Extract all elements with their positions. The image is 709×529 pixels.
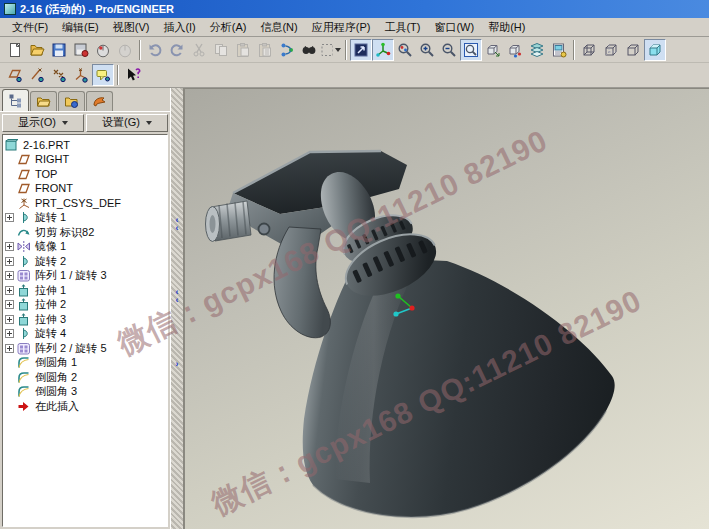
cut-button[interactable] — [188, 39, 210, 61]
view-manager-button[interactable] — [548, 39, 570, 61]
tree-item[interactable]: 倒圆角 2 — [5, 370, 167, 385]
tree-item[interactable]: PRT_CSYS_DEF — [5, 196, 167, 211]
window-title: 2-16 (活动的) - Pro/ENGINEER — [20, 2, 174, 17]
tab-favorites[interactable] — [58, 91, 85, 111]
round-icon — [17, 385, 32, 398]
splitter-collapse-icon[interactable]: ‹‹ — [176, 216, 179, 232]
redo-button[interactable] — [166, 39, 188, 61]
trigger[interactable] — [274, 227, 330, 338]
delete-old-versions-button[interactable] — [114, 39, 136, 61]
repaint-button[interactable] — [350, 39, 372, 61]
context-help-button[interactable] — [122, 64, 144, 86]
regenerate-button[interactable] — [276, 39, 298, 61]
expand-icon[interactable] — [5, 271, 14, 280]
paste-button[interactable] — [232, 39, 254, 61]
expand-icon[interactable] — [5, 242, 14, 251]
select-items-button[interactable] — [320, 39, 342, 61]
show-button[interactable]: 显示(O) — [2, 114, 84, 132]
tree-item[interactable]: TOP — [5, 167, 167, 182]
datum-points-toggle-button[interactable] — [48, 64, 70, 86]
spin-center-button[interactable] — [372, 39, 394, 61]
menu-analysis[interactable]: 分析(A) — [204, 18, 253, 37]
tree-item[interactable]: 旋转 2 — [5, 254, 167, 269]
tree-item[interactable]: 旋转 1 — [5, 211, 167, 226]
erase-display-button[interactable] — [92, 39, 114, 61]
tree-item[interactable]: 倒圆角 1 — [5, 356, 167, 371]
menu-window[interactable]: 窗口(W) — [428, 18, 480, 37]
menu-applications[interactable]: 应用程序(P) — [306, 18, 377, 37]
menu-help[interactable]: 帮助(H) — [482, 18, 531, 37]
tree-item-insert-here[interactable]: 在此插入 — [5, 399, 167, 414]
menu-view[interactable]: 视图(V) — [107, 18, 156, 37]
menu-insert[interactable]: 插入(I) — [157, 18, 201, 37]
zoom-out-button[interactable] — [438, 39, 460, 61]
saved-view-list-button[interactable] — [482, 39, 504, 61]
settings-caret-icon — [146, 121, 152, 125]
extrude-icon — [17, 313, 32, 326]
menu-tools[interactable]: 工具(T) — [378, 18, 426, 37]
spray-bottle-model[interactable] — [185, 89, 709, 529]
graphics-viewport[interactable] — [184, 88, 709, 529]
tree-item[interactable]: 镜像 1 — [5, 240, 167, 255]
tree-item[interactable]: RIGHT — [5, 153, 167, 168]
menu-file[interactable]: 文件(F) — [6, 18, 54, 37]
named-views-button[interactable] — [504, 39, 526, 61]
tree-item[interactable]: 倒圆角 3 — [5, 385, 167, 400]
refit-button[interactable] — [460, 39, 482, 61]
expand-icon[interactable] — [5, 315, 14, 324]
open-file-button[interactable] — [26, 39, 48, 61]
panel-splitter[interactable]: ‹‹ ‹‹ › — [170, 88, 184, 529]
splitter-collapse-icon[interactable]: › — [176, 360, 179, 368]
expand-icon[interactable] — [5, 286, 14, 295]
round-icon — [17, 371, 32, 384]
menubar: 文件(F) 编辑(E) 视图(V) 插入(I) 分析(A) 信息(N) 应用程序… — [0, 18, 709, 37]
tree-item[interactable]: 旋转 4 — [5, 327, 167, 342]
annotation-toggle-button[interactable] — [92, 64, 114, 86]
tree-item[interactable]: 拉伸 2 — [5, 298, 167, 313]
menu-info[interactable]: 信息(N) — [254, 18, 303, 37]
navigator-buttons: 显示(O) 设置(G) — [0, 112, 170, 133]
bottle-body[interactable] — [303, 257, 615, 517]
new-file-button[interactable] — [4, 39, 26, 61]
csys-toggle-button[interactable] — [70, 64, 92, 86]
datum-planes-toggle-button[interactable] — [4, 64, 26, 86]
shaded-display-button[interactable] — [644, 39, 666, 61]
paste-special-button[interactable] — [254, 39, 276, 61]
round-icon — [17, 356, 32, 369]
tree-item[interactable]: 拉伸 3 — [5, 312, 167, 327]
expand-icon[interactable] — [5, 329, 14, 338]
save-a-copy-button[interactable] — [70, 39, 92, 61]
wireframe-display-button[interactable] — [578, 39, 600, 61]
find-button[interactable] — [298, 39, 320, 61]
expand-icon[interactable] — [5, 213, 14, 222]
zoom-in-button[interactable] — [416, 39, 438, 61]
undo-button[interactable] — [144, 39, 166, 61]
tab-model-tree[interactable] — [2, 89, 29, 111]
tab-folder-browser[interactable] — [30, 91, 57, 111]
show-caret-icon — [62, 121, 68, 125]
settings-button[interactable]: 设置(G) — [86, 114, 168, 132]
expand-icon[interactable] — [5, 300, 14, 309]
tree-item[interactable]: 阵列 2 / 旋转 5 — [5, 341, 167, 356]
orient-mode-button[interactable] — [394, 39, 416, 61]
nozzle[interactable] — [206, 201, 252, 242]
tree-item[interactable]: FRONT — [5, 182, 167, 197]
hidden-line-display-button[interactable] — [600, 39, 622, 61]
revolve-icon — [17, 327, 32, 340]
save-button[interactable] — [48, 39, 70, 61]
tab-connections[interactable] — [86, 91, 113, 111]
copy-button[interactable] — [210, 39, 232, 61]
tree-item[interactable]: 拉伸 1 — [5, 283, 167, 298]
no-hidden-display-button[interactable] — [622, 39, 644, 61]
datum-axes-toggle-button[interactable] — [26, 64, 48, 86]
expand-icon[interactable] — [5, 344, 14, 353]
expand-icon[interactable] — [5, 257, 14, 266]
model-tree: 2-16.PRT RIGHT TOP FRONT PRT_CSYS_DEF — [2, 134, 168, 527]
tree-item[interactable]: 切剪 标识82 — [5, 225, 167, 240]
menu-edit[interactable]: 编辑(E) — [56, 18, 105, 37]
tree-item[interactable]: 阵列 1 / 旋转 3 — [5, 269, 167, 284]
splitter-collapse-icon[interactable]: ‹‹ — [176, 288, 179, 304]
trim-cut-icon — [17, 226, 32, 239]
layers-button[interactable] — [526, 39, 548, 61]
tree-item-root[interactable]: 2-16.PRT — [5, 138, 167, 153]
